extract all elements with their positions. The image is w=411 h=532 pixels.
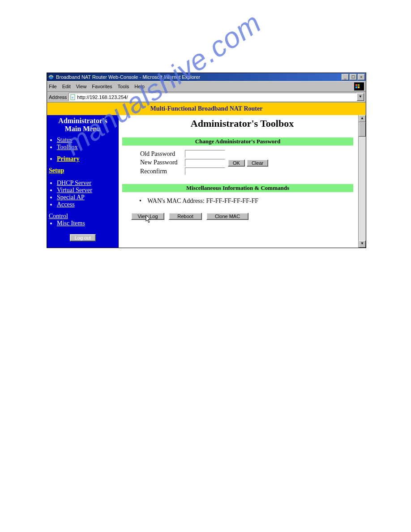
old-password-label: Old Password	[140, 150, 185, 158]
menu-edit[interactable]: Edit	[62, 84, 71, 89]
menu-view[interactable]: View	[76, 84, 87, 89]
menu-favorites[interactable]: Favorites	[92, 84, 112, 89]
sidebar-item-primary-setup[interactable]: Primary	[57, 155, 80, 162]
address-label: Address	[49, 94, 67, 100]
scroll-down-button[interactable]: ▼	[359, 240, 366, 248]
ie-icon	[48, 74, 54, 80]
svg-rect-2	[358, 84, 360, 86]
close-button[interactable]: ×	[358, 74, 365, 80]
sidebar-item-toolbox[interactable]: Toolbox	[57, 144, 77, 150]
page-icon: e	[70, 94, 76, 100]
menu-tools[interactable]: Tools	[118, 84, 129, 89]
sidebar-item-access-control[interactable]: Access	[57, 201, 75, 208]
scroll-thumb[interactable]	[359, 122, 366, 137]
sidebar-heading: Administrator's Main Menu	[48, 117, 118, 133]
sidebar: Administrator's Main Menu Status Toolbox…	[47, 115, 119, 248]
ie-throbber-icon	[354, 82, 364, 90]
ok-button[interactable]: OK	[228, 159, 245, 167]
svg-rect-3	[355, 86, 357, 88]
banner: Multi-Functional Broadband NAT Router	[47, 103, 366, 115]
old-password-input[interactable]	[185, 150, 225, 158]
svg-rect-1	[355, 84, 357, 86]
sidebar-item-dhcp[interactable]: DHCP Server	[57, 180, 91, 186]
view-log-button[interactable]: View Log	[131, 213, 164, 220]
vertical-scrollbar[interactable]: ▲ ▼	[358, 115, 366, 248]
page-title: Administrator's Toolbox	[122, 118, 362, 129]
section-password: Change Administrator's Password	[122, 137, 353, 146]
svg-rect-4	[358, 86, 360, 88]
clone-mac-button[interactable]: Clone MAC	[206, 213, 248, 220]
new-password-input[interactable]	[185, 159, 225, 167]
minimize-button[interactable]: _	[342, 74, 349, 80]
address-field[interactable]: e http://192.168.123.254/	[68, 93, 357, 101]
logout-button[interactable]: Log out	[70, 234, 96, 241]
menubar: File Edit View Favorites Tools Help	[47, 81, 366, 92]
content-pane: ▲ ▼ Administrator's Toolbox Change Admin…	[119, 115, 366, 248]
address-dropdown[interactable]: ▼	[357, 93, 364, 101]
clear-button[interactable]: Clear	[247, 159, 268, 167]
address-bar: Address e http://192.168.123.254/ ▼	[47, 92, 366, 103]
menu-file[interactable]: File	[49, 84, 57, 89]
browser-window: Broadband NAT Router Web-Console - Micro…	[47, 73, 366, 248]
window-title: Broadband NAT Router Web-Console - Micro…	[56, 74, 200, 80]
sidebar-item-primary-setup-cont[interactable]: Setup	[49, 167, 64, 174]
sidebar-item-virtual-server[interactable]: Virtual Server	[57, 187, 92, 193]
sidebar-item-access-control-cont[interactable]: Control	[49, 213, 68, 219]
new-password-label: New Password	[140, 159, 185, 166]
sidebar-item-status[interactable]: Status	[57, 137, 72, 143]
address-value: http://192.168.123.254/	[77, 94, 128, 100]
scroll-up-button[interactable]: ▲	[359, 115, 366, 122]
titlebar: Broadband NAT Router Web-Console - Micro…	[47, 73, 366, 81]
maximize-button[interactable]: ☐	[350, 74, 357, 80]
svg-text:e: e	[72, 95, 74, 99]
menu-help[interactable]: Help	[134, 84, 145, 89]
reconfirm-input[interactable]	[185, 167, 225, 175]
reboot-button[interactable]: Reboot	[169, 213, 202, 220]
sidebar-item-misc[interactable]: Misc Items	[57, 220, 85, 227]
section-misc: Miscellaneous Information & Commands	[122, 184, 353, 192]
reconfirm-label: Reconfirm	[140, 168, 185, 175]
wan-mac-line: WAN's MAC Address: FF-FF-FF-FF-FF-FF	[139, 197, 362, 205]
sidebar-item-special-ap[interactable]: Special AP	[57, 194, 85, 201]
